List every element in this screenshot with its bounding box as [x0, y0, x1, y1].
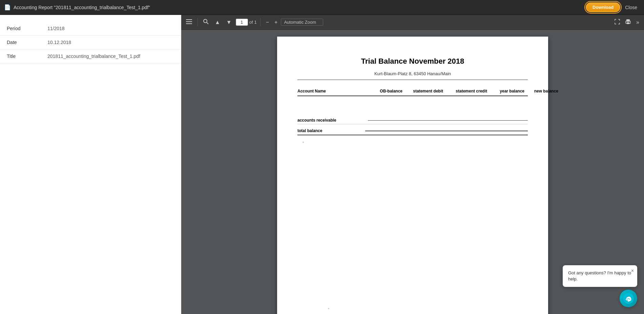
svg-point-10: [628, 298, 629, 299]
period-value: 11/2018: [41, 22, 181, 36]
next-page-button[interactable]: ▼: [224, 18, 234, 26]
date-label: Date: [0, 36, 41, 49]
page-total-text: 1: [254, 20, 257, 25]
col-year-balance: year balance: [487, 89, 524, 93]
svg-rect-0: [186, 19, 192, 20]
chat-avatar-button[interactable]: [620, 290, 637, 307]
zoom-container: − + Automatic Zoom 50% 75% 100% 125% 150…: [264, 18, 324, 26]
info-table: Period 11/2018 Date 10.12.2018 Title 201…: [0, 22, 181, 63]
left-panel: Period 11/2018 Date 10.12.2018 Title 201…: [0, 15, 181, 314]
pdf-page: Trial Balance November 2018 Kurt-Blaum-P…: [277, 37, 548, 314]
svg-point-3: [204, 19, 207, 23]
download-button[interactable]: Download: [586, 2, 620, 12]
pdf-columns-header: Account Name OB-balance statement debit …: [297, 87, 528, 96]
info-row-period: Period 11/2018: [0, 22, 181, 36]
total-balance-row: total balance: [297, 127, 528, 135]
accounts-receivable-line: [368, 120, 528, 121]
chat-icon: [623, 293, 634, 304]
search-button[interactable]: [201, 18, 211, 27]
date-value: 10.12.2018: [41, 36, 181, 49]
svg-line-4: [207, 22, 208, 24]
info-row-title: Title 201811_accounting_trialbalance_Tes…: [0, 49, 181, 63]
svg-rect-1: [186, 21, 192, 22]
col-account-name: Account Name: [297, 89, 365, 93]
col-ob-balance: OB-balance: [365, 89, 402, 93]
dot-decoration-2: [328, 308, 329, 309]
close-button[interactable]: Close: [622, 3, 640, 12]
window-title: 📄 Accounting Report "201811_accounting_t…: [4, 4, 150, 11]
pdf-toolbar: ▲ ▼ 1 of 1 − + Automatic Zoom 50% 75% 10…: [181, 15, 644, 30]
col-statement-debit: statement debit: [402, 89, 443, 93]
accounts-receivable-row: accounts receivable: [297, 117, 528, 124]
title-text: Accounting Report "201811_accounting_tri…: [14, 5, 150, 10]
svg-rect-7: [627, 22, 629, 24]
dot-decoration-1: [303, 142, 304, 143]
svg-rect-2: [186, 23, 192, 24]
chat-popup-text: Got any questions? I'm happy to help.: [568, 270, 632, 282]
total-balance-line: [365, 130, 528, 131]
fullscreen-button[interactable]: [612, 18, 622, 27]
pdf-title: Trial Balance November 2018: [297, 57, 528, 66]
col-new-balance: new balance: [524, 89, 558, 93]
pdf-subtitle: Kurt-Blaum-Platz 8, 63450 Hanau/Main: [297, 71, 528, 76]
top-bar-actions: Download Close: [586, 2, 640, 12]
zoom-in-button[interactable]: +: [272, 18, 279, 26]
zoom-select[interactable]: Automatic Zoom 50% 75% 100% 125% 150% 20…: [281, 19, 323, 26]
file-title-label: Title: [0, 49, 41, 63]
info-row-date: Date 10.12.2018: [0, 36, 181, 49]
chat-popup: × Got any questions? I'm happy to help.: [563, 265, 637, 287]
chat-widget: × Got any questions? I'm happy to help.: [563, 265, 637, 307]
prev-page-button[interactable]: ▲: [213, 18, 222, 26]
zoom-out-button[interactable]: −: [264, 18, 271, 26]
toolbar-separator-2: [260, 18, 261, 26]
more-options-button[interactable]: »: [634, 18, 641, 26]
page-input-container: 1 of 1: [236, 19, 257, 26]
top-bar: 📄 Accounting Report "201811_accounting_t…: [0, 0, 644, 15]
file-title-value: 201811_accounting_trialbalance_Test_1.pd…: [41, 49, 181, 63]
page-of-text: of: [249, 20, 253, 25]
accounts-receivable-label: accounts receivable: [297, 118, 365, 123]
svg-point-9: [627, 299, 628, 300]
svg-rect-5: [626, 19, 630, 22]
pdf-header-divider: [297, 80, 528, 80]
sidebar-toggle-button[interactable]: [184, 18, 194, 26]
toolbar-separator-1: [198, 18, 198, 26]
svg-point-11: [629, 299, 630, 300]
main-layout: Period 11/2018 Date 10.12.2018 Title 201…: [0, 15, 644, 314]
chat-popup-close-button[interactable]: ×: [631, 268, 634, 273]
period-label: Period: [0, 22, 41, 36]
total-balance-label: total balance: [297, 128, 365, 133]
page-number-input[interactable]: 1: [236, 19, 248, 26]
print-button[interactable]: [623, 18, 633, 27]
col-statement-credit: statement credit: [443, 89, 487, 93]
file-icon: 📄: [4, 4, 11, 11]
toolbar-right: »: [612, 18, 641, 27]
